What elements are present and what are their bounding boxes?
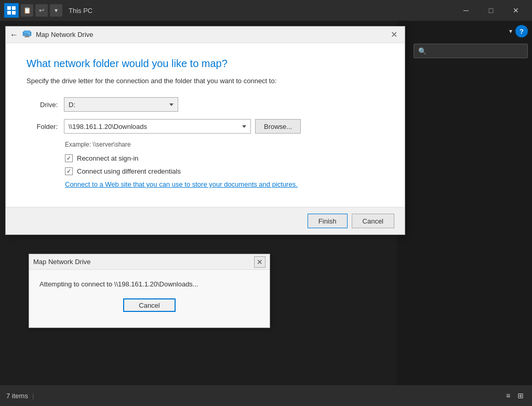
minimize-button[interactable]: ─: [454, 0, 478, 21]
dialog-body: What network folder would you like to ma…: [6, 43, 405, 207]
folder-combo[interactable]: \\198.161.1.20\Downloads: [64, 119, 251, 134]
credentials-checkbox[interactable]: ✓: [65, 167, 73, 175]
window-controls: ─ □ ✕: [454, 0, 528, 21]
dialog-heading: What network folder would you like to ma…: [26, 58, 384, 70]
dropdown-icon[interactable]: ▾: [50, 4, 62, 17]
svg-point-8: [29, 33, 30, 34]
progress-titlebar: Map Network Drive ✕: [29, 254, 270, 270]
network-drive-icon: [22, 29, 32, 40]
progress-footer: Cancel: [39, 298, 259, 319]
quick-access-icon[interactable]: 📋: [21, 4, 33, 17]
folder-dropdown-arrow: [242, 125, 246, 128]
finish-button[interactable]: Finish: [308, 214, 348, 228]
progress-cancel-button[interactable]: Cancel: [123, 298, 175, 312]
undo-icon[interactable]: ↩: [35, 4, 48, 17]
items-count: 7 items: [6, 392, 28, 400]
dialog-close-button[interactable]: ✕: [387, 28, 401, 42]
taskbar-bottom: 7 items | ≡ ⊞: [0, 385, 532, 406]
main-cancel-button[interactable]: Cancel: [352, 214, 394, 228]
svg-rect-0: [7, 6, 11, 10]
progress-dialog: Map Network Drive ✕ Attempting to connec…: [29, 254, 270, 328]
reconnect-checkbox[interactable]: ✓: [65, 154, 73, 162]
app-title: This PC: [69, 7, 92, 15]
browse-button[interactable]: Browse...: [255, 119, 301, 134]
svg-rect-2: [7, 11, 11, 15]
credentials-row: ✓ Connect using different credentials: [65, 167, 384, 175]
progress-body: Attempting to connect to \\198.161.1.20\…: [29, 270, 270, 328]
separator: |: [32, 392, 34, 400]
taskbar-bottom-right: ≡ ⊞: [503, 390, 526, 401]
svg-rect-1: [12, 6, 16, 10]
search-bar[interactable]: 🔍: [414, 44, 528, 58]
folder-input-row: \\198.161.1.20\Downloads Browse...: [64, 119, 301, 134]
drive-value: D:: [69, 101, 75, 109]
svg-rect-3: [12, 11, 16, 15]
reconnect-row: ✓ Reconnect at sign-in: [65, 154, 384, 162]
dialog-title: Map Network Drive: [36, 31, 383, 38]
folder-row: Folder: \\198.161.1.20\Downloads Browse.…: [26, 119, 384, 134]
example-text: Example: \\server\share: [65, 141, 384, 148]
right-panel: ▾ ? 🔍: [397, 21, 532, 385]
view-grid-icon[interactable]: ⊞: [515, 390, 526, 401]
dialog-footer: Finish Cancel: [6, 207, 405, 234]
map-network-drive-dialog: ← Map Network Drive ✕ What network folde…: [5, 26, 405, 235]
folder-label: Folder:: [26, 123, 58, 130]
svg-rect-7: [24, 36, 30, 37]
folder-value: \\198.161.1.20\Downloads: [69, 123, 147, 130]
credentials-label: Connect using different credentials: [77, 167, 181, 175]
titlebar-left: 📋 ↩ ▾ This PC: [4, 3, 92, 18]
maximize-button[interactable]: □: [479, 0, 503, 21]
drive-row: Drive: D:: [26, 97, 384, 112]
web-link[interactable]: Connect to a Web site that you can use t…: [65, 180, 384, 188]
progress-message: Attempting to connect to \\198.161.1.20\…: [39, 280, 259, 288]
drive-select[interactable]: D:: [64, 97, 178, 112]
progress-title: Map Network Drive: [33, 258, 250, 266]
help-icon[interactable]: ?: [515, 25, 528, 37]
titlebar: 📋 ↩ ▾ This PC ─ □ ✕: [0, 0, 532, 21]
dialog-description: Specify the drive letter for the connect…: [26, 77, 384, 85]
view-list-icon[interactable]: ≡: [503, 390, 513, 401]
drive-label: Drive:: [26, 101, 58, 109]
windows-icon[interactable]: [4, 3, 19, 18]
back-button[interactable]: ←: [10, 30, 18, 40]
drive-dropdown-arrow: [169, 103, 174, 106]
dialog-titlebar: ← Map Network Drive ✕: [6, 27, 405, 43]
progress-close-button[interactable]: ✕: [254, 256, 265, 268]
close-button[interactable]: ✕: [504, 0, 528, 21]
reconnect-label: Reconnect at sign-in: [77, 154, 139, 162]
